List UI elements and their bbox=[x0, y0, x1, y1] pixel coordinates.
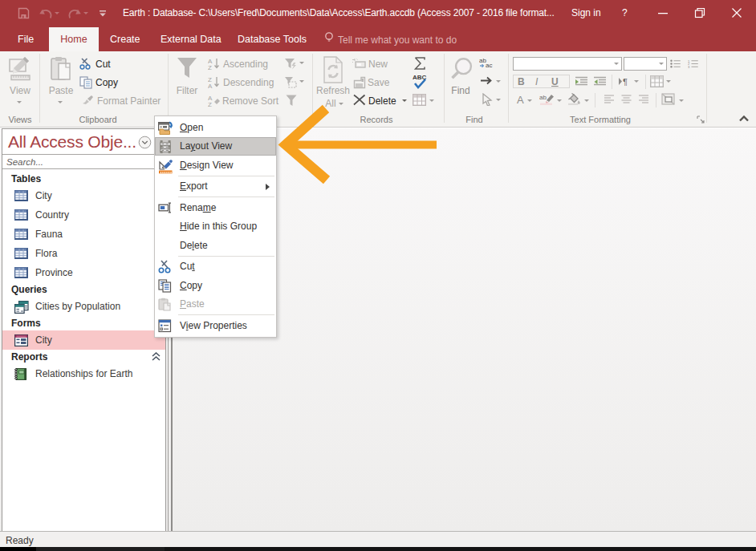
svg-text:¶: ¶ bbox=[623, 77, 628, 87]
svg-text:Z: Z bbox=[208, 64, 212, 70]
svg-text:A: A bbox=[208, 83, 213, 88]
svg-text:3: 3 bbox=[688, 65, 690, 69]
svg-text:ab: ab bbox=[539, 94, 547, 101]
svg-text:ac: ac bbox=[486, 62, 492, 68]
svg-text:Z: Z bbox=[208, 101, 212, 107]
